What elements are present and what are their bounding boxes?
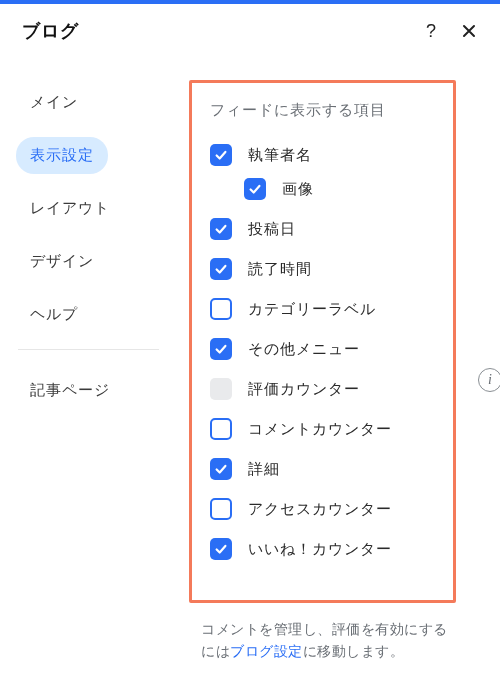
help-icon[interactable]: ? [418,18,444,44]
info-icon[interactable]: i [478,368,500,392]
option-label-comments: コメントカウンター [248,420,392,439]
option-label-category: カテゴリーラベル [248,300,376,319]
option-label-image: 画像 [282,180,314,199]
checkbox-author[interactable] [210,144,232,166]
checkbox-category[interactable] [210,298,232,320]
feed-display-options: フィードに表示する項目 執筆者名画像投稿日読了時間カテゴリーラベルその他メニュー… [189,80,456,603]
checkbox-image[interactable] [244,178,266,200]
option-row-views: アクセスカウンター [210,498,435,520]
checkbox-date[interactable] [210,218,232,240]
footnote-suffix: に移動します。 [303,644,405,659]
blog-settings-link[interactable]: ブログ設定 [230,644,303,659]
option-label-readtime: 読了時間 [248,260,312,279]
sidebar-item-4[interactable]: ヘルプ [16,296,161,333]
option-row-readtime: 読了時間 [210,258,435,280]
sidebar-separator [18,349,159,350]
checkbox-details[interactable] [210,458,232,480]
panel-header: ブログ ? [0,4,500,56]
checkbox-comments[interactable] [210,418,232,440]
option-row-category: カテゴリーラベル [210,298,435,320]
checkbox-rating [210,378,232,400]
content-pane: フィードに表示する項目 執筆者名画像投稿日読了時間カテゴリーラベルその他メニュー… [175,56,500,686]
option-row-moremenu: その他メニュー [210,338,435,360]
sidebar-item-0[interactable]: メイン [16,84,161,121]
option-label-date: 投稿日 [248,220,296,239]
option-label-details: 詳細 [248,460,280,479]
checkbox-likes[interactable] [210,538,232,560]
option-row-details: 詳細 [210,458,435,480]
checkbox-moremenu[interactable] [210,338,232,360]
option-label-rating: 評価カウンター [248,380,360,399]
option-label-views: アクセスカウンター [248,500,392,519]
sidebar-item-1[interactable]: 表示設定 [16,137,108,174]
option-row-date: 投稿日 [210,218,435,240]
option-row-likes: いいね！カウンター [210,538,435,560]
checkbox-views[interactable] [210,498,232,520]
sidebar-item-2[interactable]: レイアウト [16,190,161,227]
option-label-moremenu: その他メニュー [248,340,360,359]
close-icon[interactable] [456,18,482,44]
option-row-rating: 評価カウンター [210,378,435,400]
option-row-comments: コメントカウンター [210,418,435,440]
checkbox-readtime[interactable] [210,258,232,280]
sidebar: メイン表示設定レイアウトデザインヘルプ 記事ページ [0,56,175,686]
footnote-text: コメントを管理し、評価を有効にするにはブログ設定に移動します。 [201,619,456,662]
option-row-image: 画像 [244,178,435,200]
section-title: フィードに表示する項目 [210,83,435,134]
option-row-author: 執筆者名 [210,144,435,166]
sidebar-item-3[interactable]: デザイン [16,243,161,280]
panel-title: ブログ [22,19,406,43]
option-label-likes: いいね！カウンター [248,540,392,559]
sidebar-secondary-item-0[interactable]: 記事ページ [16,372,161,409]
option-label-author: 執筆者名 [248,146,312,165]
